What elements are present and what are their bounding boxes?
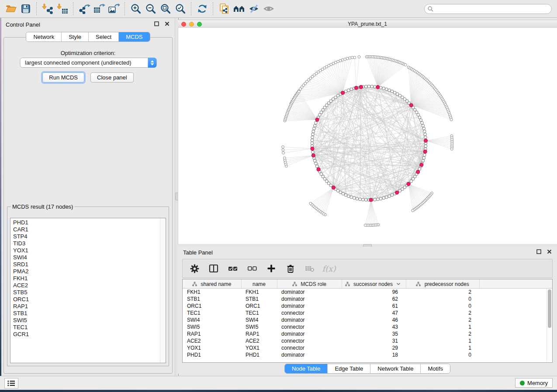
graph-node[interactable] bbox=[418, 168, 421, 170]
graph-dominator-node[interactable] bbox=[407, 182, 410, 186]
graph-node[interactable] bbox=[362, 198, 364, 201]
graph-leaf-node[interactable] bbox=[346, 57, 349, 60]
graph-node[interactable] bbox=[414, 108, 416, 111]
graph-node[interactable] bbox=[396, 93, 398, 95]
zoom-in-button[interactable] bbox=[128, 2, 143, 16]
list-item[interactable]: GCR1 bbox=[10, 331, 160, 338]
table-scrollbar[interactable] bbox=[547, 289, 552, 361]
close-panel-icon[interactable] bbox=[547, 249, 552, 254]
delete-table-button[interactable] bbox=[304, 263, 315, 274]
tab-edge-table[interactable]: Edge Table bbox=[328, 364, 370, 373]
graph-node[interactable] bbox=[311, 151, 314, 153]
network-overview-button[interactable] bbox=[232, 2, 246, 16]
network-canvas[interactable] bbox=[178, 28, 557, 246]
graph-leaf-node[interactable] bbox=[282, 151, 285, 154]
graph-node[interactable] bbox=[374, 198, 376, 201]
graph-node[interactable] bbox=[350, 196, 353, 198]
table-row[interactable]: TEC1TEC1connector472 bbox=[183, 309, 552, 316]
graph-dominator-node[interactable] bbox=[315, 118, 319, 121]
graph-dominator-node[interactable] bbox=[359, 85, 363, 89]
list-item[interactable]: ACE2 bbox=[10, 282, 160, 289]
graph-node[interactable] bbox=[311, 136, 314, 138]
close-panel-button[interactable]: Close panel bbox=[90, 72, 134, 83]
graph-node[interactable] bbox=[336, 94, 339, 97]
graph-node[interactable] bbox=[318, 113, 321, 116]
graph-node[interactable] bbox=[379, 86, 382, 89]
tab-network[interactable]: Network bbox=[26, 32, 62, 41]
list-item[interactable]: PMA2 bbox=[10, 268, 160, 275]
graph-leaf-node[interactable] bbox=[412, 209, 414, 212]
float-panel-icon[interactable] bbox=[154, 21, 159, 26]
open-session-button[interactable] bbox=[3, 2, 18, 16]
table-row[interactable]: PHD1PHD1dominator180 bbox=[183, 351, 552, 358]
list-item[interactable]: PHD1 bbox=[10, 219, 160, 226]
graph-node[interactable] bbox=[423, 154, 426, 156]
graph-node[interactable] bbox=[364, 85, 367, 88]
float-panel-icon[interactable] bbox=[536, 249, 541, 254]
graph-node[interactable] bbox=[388, 195, 391, 197]
graph-leaf-node[interactable] bbox=[353, 56, 356, 59]
column-header-mcds-role[interactable]: MCDS role bbox=[277, 279, 342, 289]
graph-dominator-node[interactable] bbox=[317, 168, 320, 171]
graph-node[interactable] bbox=[314, 159, 316, 162]
table-row[interactable]: YOX1YOX1connector291 bbox=[183, 344, 552, 351]
graph-node[interactable] bbox=[374, 86, 376, 88]
graph-node[interactable] bbox=[367, 85, 370, 88]
graph-node[interactable] bbox=[417, 113, 419, 116]
graph-leaf-node[interactable] bbox=[450, 148, 453, 150]
graph-dominator-node[interactable] bbox=[376, 86, 380, 89]
unselect-all-columns-button[interactable] bbox=[246, 263, 258, 274]
function-builder-button[interactable]: f(x) bbox=[323, 263, 335, 274]
column-header-predecessor-nodes[interactable]: predecessor nodes bbox=[406, 279, 479, 289]
table-row[interactable]: STB1STB1dominator620 bbox=[183, 296, 552, 303]
graph-node[interactable] bbox=[314, 124, 316, 127]
graph-node[interactable] bbox=[424, 136, 427, 138]
graph-dominator-node[interactable] bbox=[369, 198, 373, 202]
tab-select[interactable]: Select bbox=[89, 32, 119, 41]
list-item[interactable]: TID3 bbox=[10, 240, 160, 247]
graph-node[interactable] bbox=[370, 85, 373, 88]
clone-network-button[interactable] bbox=[217, 2, 232, 16]
graph-node[interactable] bbox=[311, 139, 313, 141]
graph-node[interactable] bbox=[312, 130, 315, 133]
show-all-button[interactable] bbox=[261, 2, 276, 16]
tab-style[interactable]: Style bbox=[62, 32, 89, 41]
tab-network-table[interactable]: Network Table bbox=[370, 364, 421, 373]
graph-node[interactable] bbox=[382, 196, 385, 199]
graph-node[interactable] bbox=[315, 165, 318, 168]
refresh-layout-button[interactable] bbox=[195, 2, 210, 16]
column-header-name[interactable]: name bbox=[241, 279, 277, 289]
table-row[interactable]: SWI4SWI4dominator462 bbox=[183, 316, 552, 323]
mcds-result-scrollbar[interactable] bbox=[160, 218, 166, 363]
graph-node[interactable] bbox=[315, 121, 317, 124]
table-row[interactable]: ACE2ACE2connector311 bbox=[183, 337, 552, 344]
graph-node[interactable] bbox=[393, 91, 396, 94]
graph-node[interactable] bbox=[347, 89, 350, 91]
graph-node[interactable] bbox=[334, 96, 337, 99]
scrollbar-thumb[interactable] bbox=[548, 289, 551, 328]
graph-dominator-node[interactable] bbox=[311, 147, 314, 150]
graph-node[interactable] bbox=[415, 111, 418, 113]
list-item[interactable]: STB5 bbox=[10, 289, 160, 296]
graph-leaf-node[interactable] bbox=[364, 224, 367, 227]
graph-dominator-node[interactable] bbox=[420, 163, 423, 167]
graph-node[interactable] bbox=[311, 133, 314, 135]
graph-node[interactable] bbox=[320, 173, 322, 175]
graph-leaf-node[interactable] bbox=[309, 202, 312, 205]
graph-node[interactable] bbox=[344, 194, 347, 196]
graph-node[interactable] bbox=[419, 119, 422, 121]
memory-button[interactable]: Memory bbox=[515, 378, 553, 388]
list-item[interactable]: CAR1 bbox=[10, 226, 160, 233]
table-row[interactable]: RAP1RAP1dominator352 bbox=[183, 330, 552, 337]
run-mcds-button[interactable]: Run MCDS bbox=[42, 72, 84, 83]
graph-leaf-node[interactable] bbox=[298, 90, 300, 93]
mcds-result-list[interactable]: PHD1CAR1STP4TID3YOX1SWI4SRD1PMA2FKH1ACE2… bbox=[10, 218, 166, 363]
graph-node[interactable] bbox=[391, 194, 393, 196]
import-network-button[interactable] bbox=[40, 2, 55, 16]
graph-dominator-node[interactable] bbox=[311, 154, 315, 157]
graph-dominator-node[interactable] bbox=[416, 170, 420, 174]
list-item[interactable]: ORC1 bbox=[10, 296, 160, 303]
graph-node[interactable] bbox=[344, 90, 347, 93]
graph-dominator-node[interactable] bbox=[423, 150, 427, 153]
list-item[interactable]: YOX1 bbox=[10, 247, 160, 254]
